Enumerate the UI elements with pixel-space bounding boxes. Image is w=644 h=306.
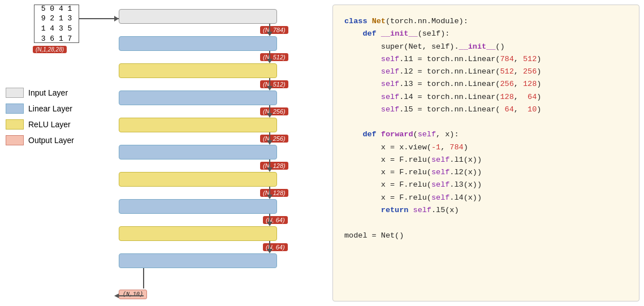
legend-linear: Linear Layer xyxy=(6,104,74,114)
code-line-6: self.l3 = torch.nn.Linear(256, 128) xyxy=(344,78,628,90)
linear-l4-box xyxy=(119,199,277,214)
dim-512b: (N, 512) xyxy=(260,79,288,89)
legend-output-box xyxy=(6,135,24,145)
linear-l1-box xyxy=(119,36,277,51)
dim-512a: (N, 512) xyxy=(260,52,288,62)
legend-linear-box xyxy=(6,104,24,114)
legend: Input Layer Linear Layer ReLU Layer Outp… xyxy=(6,88,74,145)
code-line-10: def forward(self, x): xyxy=(344,128,628,141)
code-line-18: model = Net() xyxy=(344,230,628,242)
code-line-14: x = F.relu(self.l3(x)) xyxy=(344,179,628,191)
relu1-box xyxy=(119,63,277,78)
code-line-17 xyxy=(344,217,628,229)
code-line-4: self.l1 = torch.nn.Linear(784, 512) xyxy=(344,53,628,66)
code-line-8: self.l5 = torch.nn.Linear( 64, 10) xyxy=(344,104,628,116)
linear-l5-box xyxy=(119,253,277,268)
relu3-box xyxy=(119,172,277,187)
input-image: 5 0 4 1 9 2 1 3 1 4 3 5 3 6 1 7 xyxy=(34,5,79,43)
linear-l3-box xyxy=(119,145,277,160)
code-line-16: return self.l5(x) xyxy=(344,204,628,217)
relu2-box xyxy=(119,118,277,132)
input-arrow xyxy=(79,18,119,19)
input-dim-badge: (N,1,28,28) xyxy=(33,44,67,54)
legend-relu-box xyxy=(6,119,24,130)
code-line-2: def __init__(self): xyxy=(344,28,628,40)
legend-input-box xyxy=(6,88,24,98)
code-line-1: class Net(torch.nn.Module): xyxy=(344,15,628,28)
dim-256a: (N, 256) xyxy=(260,106,288,117)
code-line-9 xyxy=(344,116,628,128)
legend-input: Input Layer xyxy=(6,88,74,98)
legend-relu-label: ReLU Layer xyxy=(28,120,71,129)
relu4-box xyxy=(119,226,277,241)
legend-linear-label: Linear Layer xyxy=(28,104,72,113)
code-line-11: x = x.view(-1, 784) xyxy=(344,141,628,154)
code-panel: class Net(torch.nn.Module): def __init__… xyxy=(332,5,639,301)
linear-l2-box xyxy=(119,90,277,105)
code-line-7: self.l4 = torch.nn.Linear(128, 64) xyxy=(344,91,628,104)
code-line-13: x = F.relu(self.l2(x)) xyxy=(344,166,628,179)
input-layer-box xyxy=(119,9,277,24)
code-line-5: self.l2 = torch.nn.Linear(512, 256) xyxy=(344,66,628,78)
code-line-15: x = F.relu(self.l4(x)) xyxy=(344,192,628,204)
code-line-12: x = F.relu(self.l1(x)) xyxy=(344,154,628,166)
legend-input-label: Input Layer xyxy=(28,88,68,97)
legend-output: Output Layer xyxy=(6,135,74,145)
dim-784: (N, 784) xyxy=(260,25,288,35)
dim-128b: (N, 128) xyxy=(260,188,288,198)
dim-256b: (N, 256) xyxy=(260,133,288,144)
legend-output-label: Output Layer xyxy=(28,136,74,145)
network-diagram: 5 0 4 1 9 2 1 3 1 4 3 5 3 6 1 7 (N,1,28,… xyxy=(0,0,328,306)
code-line-3: super(Net, self).__init__() xyxy=(344,41,628,53)
dim-128a: (N, 128) xyxy=(260,161,288,171)
output-box: (N,10) xyxy=(119,288,147,299)
legend-relu: ReLU Layer xyxy=(6,119,74,130)
svg-marker-2 xyxy=(114,294,119,298)
